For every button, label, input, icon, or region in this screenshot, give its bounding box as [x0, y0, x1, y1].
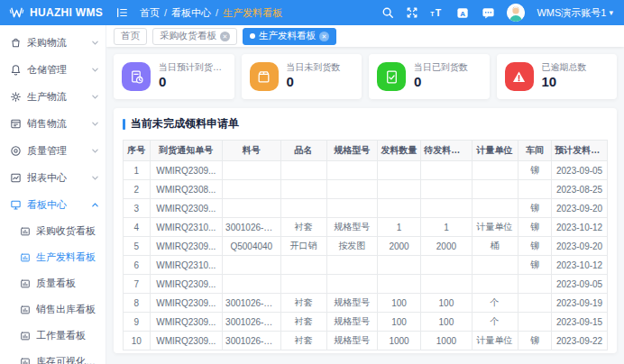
cell-pending-qty — [421, 161, 472, 180]
cell-notice-no: WMIRQ2309... — [150, 294, 223, 313]
sidebar-item-board-center[interactable]: 看板中心 — [0, 191, 106, 218]
cell-index: 7 — [124, 275, 151, 294]
breadcrumb-item[interactable]: 生产发料看板 — [223, 6, 282, 20]
cell-issue-qty — [377, 275, 420, 294]
board-icon — [20, 226, 31, 237]
sidebar-item-quality-board[interactable]: 质量看板 — [0, 270, 106, 296]
cell-index: 4 — [124, 218, 151, 237]
table-row: 10WMIRQ2309...3001026-Q3...衬套规格型号1000100… — [124, 332, 608, 350]
cell-workshop — [518, 275, 552, 294]
app-root: HUAZHI WMS 首页/看板中心/生产发料看板 TT A — [0, 0, 624, 364]
column-header-pending-qty: 待发料数量 — [421, 141, 472, 161]
tab-purchase-receipt-board[interactable]: 采购收货看板✕ — [152, 28, 237, 45]
user-menu[interactable]: WMS演示账号1 ▾ — [537, 6, 613, 20]
board-icon — [20, 305, 31, 315]
sidebar-item-sales-outbound-board[interactable]: 销售出库看板 — [0, 296, 106, 323]
sidebar-item-report-center[interactable]: 报表中心 — [0, 164, 106, 191]
sidebar-item-purchase-receipt-board[interactable]: 采购收货看板 — [0, 218, 106, 244]
cell-product-name — [280, 161, 326, 180]
sidebar-item-label: 销售物流 — [27, 117, 67, 131]
chevron-down-icon — [91, 39, 99, 47]
tab-home[interactable]: 首页 — [114, 28, 147, 45]
stat-label: 当日已到货数 — [414, 62, 468, 74]
cell-workshop — [518, 294, 552, 313]
cell-issue-qty: 2000 — [377, 237, 420, 256]
cell-product-name — [280, 199, 326, 218]
sidebar-item-purchase-logistics[interactable]: 采购物流 — [0, 29, 106, 56]
cell-unit — [472, 256, 518, 275]
chevron-down-icon — [91, 66, 99, 74]
cell-planned-date: 2023-09-15 — [552, 313, 608, 332]
cell-issue-qty: 1 — [377, 218, 420, 237]
chevron-down-icon — [91, 147, 99, 155]
column-header-index: 序号 — [124, 141, 151, 161]
sidebar-item-inventory-visual-board[interactable]: 库存可视化看板 — [0, 349, 106, 364]
sidebar-item-label: 质量看板 — [36, 277, 76, 290]
sidebar: 采购物流仓储管理生产物流销售物流质量管理报表中心看板中心采购收货看板生产发料看板… — [0, 25, 106, 364]
cell-unit — [472, 275, 518, 294]
tab-production-issue-board[interactable]: 生产发料看板✕ — [243, 28, 336, 45]
doc-clock-icon — [122, 62, 151, 91]
cell-index: 2 — [124, 180, 151, 199]
cell-product-name — [280, 275, 326, 294]
message-icon[interactable] — [482, 6, 495, 20]
table-row: 6WMIRQ2310...铆2023-10-12 — [124, 256, 608, 275]
search-icon[interactable] — [381, 6, 394, 19]
sidebar-item-workload-board[interactable]: 工作量看板 — [0, 323, 106, 349]
close-tab-icon[interactable]: ✕ — [319, 32, 329, 41]
sidebar-item-warehouse-management[interactable]: 仓储管理 — [0, 56, 106, 83]
sidebar-item-label: 采购物流 — [27, 36, 67, 50]
package-icon — [250, 62, 279, 91]
cell-workshop: 铆 — [518, 237, 552, 256]
column-header-issue-qty: 发料数量 — [377, 141, 420, 161]
table-row: 8WMIRQ2309...3001026-Q3...衬套规格型号100100个2… — [124, 294, 608, 313]
close-tab-icon[interactable]: ✕ — [220, 32, 230, 41]
active-tab-dot — [250, 33, 255, 39]
font-size-icon[interactable]: TT — [430, 6, 445, 19]
sidebar-collapse-icon[interactable] — [115, 6, 129, 19]
cell-unit: 计量单位 — [472, 218, 518, 237]
sidebar-item-label: 采购收货看板 — [36, 224, 96, 238]
sidebar-item-quality-management[interactable]: 质量管理 — [0, 137, 106, 164]
cell-pending-qty — [421, 256, 472, 275]
sidebar-item-label: 工作量看板 — [36, 329, 86, 342]
table-header-row: 序号到货通知单号料号品名规格型号发料数量待发料数量计量单位车间预计发料日期 — [124, 141, 608, 161]
stat-card-overdue-total: 已逾期总数10 — [497, 54, 618, 99]
cell-spec: 规格型号 — [326, 332, 377, 350]
fullscreen-icon[interactable] — [406, 6, 418, 19]
stat-label: 当日未到货数 — [287, 62, 341, 74]
stat-value: 0 — [287, 74, 341, 91]
sidebar-item-production-issue-board[interactable]: 生产发料看板 — [0, 244, 106, 270]
stat-meta: 已逾期总数10 — [542, 62, 587, 90]
user-avatar[interactable] — [507, 4, 525, 22]
stat-card-arrived-today: 当日已到货数0 — [369, 54, 490, 99]
main-content: 首页采购收货看板✕生产发料看板✕ 当日预计到货总数0当日未到货数0当日已到货数0… — [106, 25, 624, 364]
sidebar-item-production-logistics[interactable]: 生产物流 — [0, 83, 106, 110]
logo-icon — [9, 6, 24, 19]
production-icon — [10, 91, 22, 103]
breadcrumb-item[interactable]: 首页 — [140, 6, 160, 20]
cell-planned-date: 2023-09-20 — [552, 199, 608, 218]
cell-material-no — [223, 180, 280, 199]
cell-workshop — [518, 313, 552, 332]
cell-spec: 规格型号 — [326, 294, 377, 313]
sidebar-item-sales-logistics[interactable]: 销售物流 — [0, 110, 106, 137]
cell-planned-date: 2023-09-22 — [552, 332, 608, 350]
table-row: 2WMIRQ2308...2023-08-25 — [124, 180, 608, 199]
chevron-down-icon — [91, 174, 99, 182]
cell-workshop: 铆 — [518, 332, 552, 350]
cell-planned-date: 2023-09-20 — [552, 237, 608, 256]
cell-pending-qty — [421, 275, 472, 294]
cell-spec — [326, 199, 377, 218]
language-icon[interactable]: A — [456, 6, 470, 20]
panel-title-text: 当前未完成领料申请单 — [131, 116, 239, 132]
warehouse-icon — [10, 64, 22, 76]
chevron-down-icon — [91, 93, 99, 101]
column-header-material-no: 料号 — [223, 141, 280, 161]
cell-workshop: 铆 — [518, 218, 552, 237]
cell-planned-date: 2023-09-05 — [552, 275, 608, 294]
cell-workshop: 铆 — [518, 256, 552, 275]
column-header-notice-no: 到货通知单号 — [150, 141, 223, 161]
sidebar-item-label: 库存可视化看板 — [36, 355, 99, 364]
breadcrumb-item[interactable]: 看板中心 — [171, 6, 211, 20]
